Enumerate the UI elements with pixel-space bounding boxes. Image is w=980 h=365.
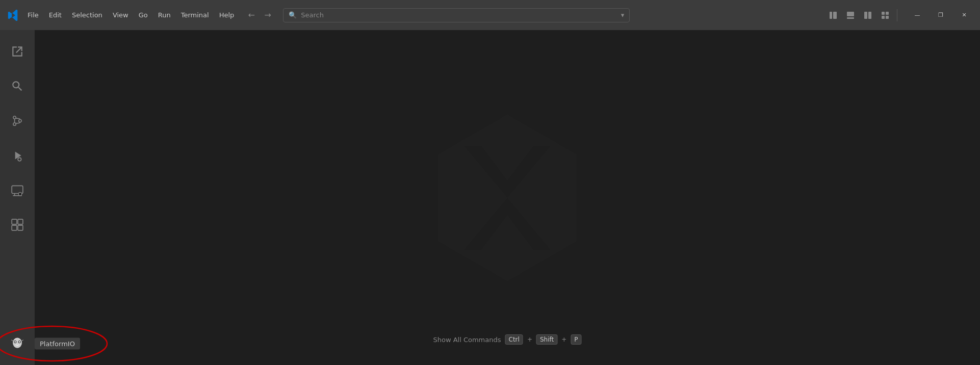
platformio-annotated: PlatformIO <box>0 326 35 361</box>
activity-item-source-control[interactable] <box>0 103 35 138</box>
svg-line-31 <box>11 340 13 341</box>
svg-rect-2 <box>847 12 854 16</box>
svg-rect-4 <box>864 12 867 19</box>
svg-point-14 <box>18 158 21 161</box>
panel-layout-button[interactable] <box>843 8 858 22</box>
titlebar-right: — ❐ ✕ <box>826 0 976 30</box>
restore-button[interactable]: ❐ <box>929 0 952 30</box>
search-dropdown-icon[interactable]: ▾ <box>621 11 625 19</box>
menu-selection[interactable]: Selection <box>67 0 108 30</box>
svg-point-11 <box>13 116 16 119</box>
forward-button[interactable]: → <box>261 8 275 22</box>
close-button[interactable]: ✕ <box>952 0 976 30</box>
kbd-plus-2: + <box>561 336 566 343</box>
menu-bar: File Edit Selection View Go Run Terminal… <box>22 0 239 30</box>
search-icon: 🔍 <box>289 11 297 19</box>
kbd-shift: Shift <box>536 334 557 345</box>
svg-rect-6 <box>882 12 885 15</box>
activity-bar: PlatformIO <box>0 30 35 365</box>
menu-edit[interactable]: Edit <box>44 0 67 30</box>
nav-buttons: ← → <box>244 8 275 22</box>
editor-area: Show All Commands Ctrl + Shift + P <box>35 30 980 365</box>
vscode-logo <box>4 0 22 30</box>
activity-item-run-debug[interactable] <box>0 138 35 173</box>
minimize-button[interactable]: — <box>906 0 929 30</box>
search-placeholder: Search <box>301 11 324 19</box>
titlebar-separator <box>897 9 897 21</box>
svg-rect-22 <box>18 219 23 224</box>
menu-go[interactable]: Go <box>134 0 153 30</box>
svg-rect-21 <box>12 219 17 224</box>
custom-layout-button[interactable] <box>878 8 893 22</box>
platformio-section: PlatformIO <box>0 326 35 361</box>
platformio-button[interactable] <box>0 326 35 361</box>
kbd-p: P <box>571 334 581 345</box>
activity-item-remote-explorer[interactable] <box>0 173 35 207</box>
svg-rect-9 <box>886 16 889 19</box>
svg-rect-3 <box>847 17 854 19</box>
svg-point-26 <box>13 338 22 348</box>
svg-rect-5 <box>868 12 871 19</box>
menu-file[interactable]: File <box>22 0 44 30</box>
back-button[interactable]: ← <box>244 8 259 22</box>
sidebar-layout-button[interactable] <box>826 8 841 22</box>
bottom-commands-section: Show All Commands Ctrl + Shift + P <box>433 334 581 345</box>
svg-rect-24 <box>18 225 23 230</box>
svg-marker-33 <box>438 114 577 280</box>
svg-point-20 <box>18 192 21 196</box>
svg-rect-16 <box>12 186 23 193</box>
svg-point-29 <box>14 341 16 343</box>
activity-item-explorer[interactable] <box>0 34 35 69</box>
svg-rect-8 <box>882 16 885 19</box>
split-layout-button[interactable] <box>860 8 875 22</box>
menu-run[interactable]: Run <box>153 0 176 30</box>
svg-point-10 <box>13 123 16 125</box>
show-commands-text: Show All Commands <box>433 336 501 344</box>
menu-terminal[interactable]: Terminal <box>176 0 214 30</box>
menu-help[interactable]: Help <box>214 0 240 30</box>
kbd-ctrl: Ctrl <box>505 334 523 345</box>
kbd-plus-1: + <box>527 336 532 343</box>
activity-item-extensions[interactable] <box>0 207 35 242</box>
svg-line-32 <box>21 340 23 341</box>
main-area: PlatformIO Show All Commands Ctrl + Shif… <box>0 30 980 365</box>
window-controls: — ❐ ✕ <box>906 0 976 30</box>
vscode-watermark <box>421 111 594 284</box>
svg-rect-1 <box>833 12 837 19</box>
svg-rect-23 <box>12 225 17 230</box>
svg-rect-0 <box>830 12 832 19</box>
search-bar[interactable]: 🔍 Search ▾ <box>283 8 630 22</box>
svg-point-30 <box>19 341 20 343</box>
menu-view[interactable]: View <box>108 0 134 30</box>
titlebar: File Edit Selection View Go Run Terminal… <box>0 0 980 30</box>
svg-rect-7 <box>886 12 889 15</box>
activity-item-search[interactable] <box>0 69 35 103</box>
svg-point-12 <box>19 119 21 122</box>
